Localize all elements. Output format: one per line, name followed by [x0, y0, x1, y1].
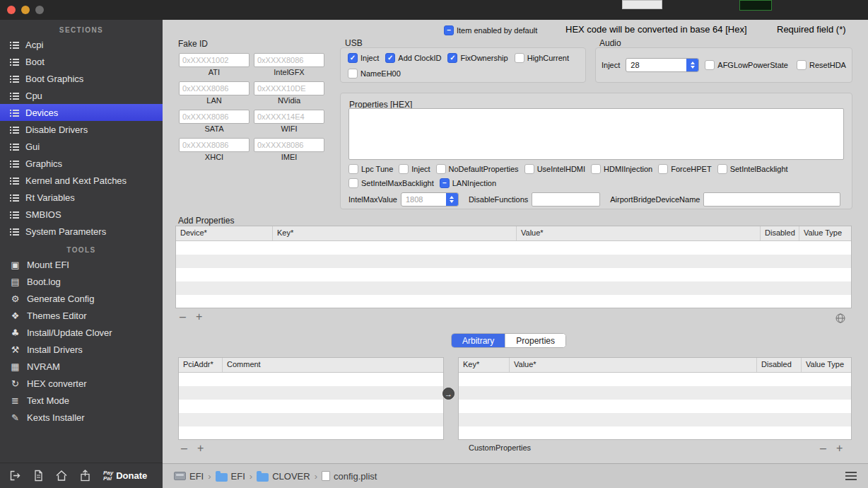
table-row[interactable]	[176, 295, 851, 308]
add-row-button[interactable]: +	[196, 312, 202, 322]
table-row[interactable]	[459, 386, 851, 400]
audio-inject-combobox[interactable]: 28	[626, 58, 699, 72]
nameeh00-checkbox[interactable]: NameEH00	[348, 69, 401, 79]
sidebar-item-kernel-and-kext-patches[interactable]: Kernel and Kext Patches	[0, 172, 163, 189]
breadcrumb-item-efi[interactable]: EFI	[174, 471, 204, 482]
fakeid-imei-input[interactable]	[254, 138, 324, 152]
breadcrumb-item-efi[interactable]: EFI	[216, 471, 245, 482]
fakeid-sata-input[interactable]	[179, 110, 250, 124]
item-enabled-by-default-checkbox[interactable]: –Item enabled by default	[444, 25, 537, 35]
sidebar-item-system-parameters[interactable]: System Parameters	[0, 223, 163, 240]
fakeid-intelgfx-input[interactable]	[254, 53, 324, 67]
resethda-checkbox[interactable]: ResetHDA	[797, 60, 846, 70]
tab-properties[interactable]: Properties	[505, 334, 565, 347]
tab-arbitrary[interactable]: Arbitrary	[452, 334, 505, 347]
table-row[interactable]	[459, 373, 851, 386]
document-export-icon[interactable]	[29, 469, 47, 483]
minimize-button[interactable]	[21, 6, 30, 14]
intel-max-value-combobox[interactable]: 1808	[401, 192, 459, 207]
sidebar-item-devices[interactable]: Devices	[0, 104, 163, 121]
column-header-key[interactable]: Key*	[273, 226, 517, 240]
properties-hex-textarea[interactable]	[348, 108, 844, 160]
hdmiinjection-checkbox[interactable]: HDMIInjection	[591, 164, 652, 174]
remove-row-button[interactable]: –	[180, 312, 186, 322]
table-row[interactable]	[176, 268, 851, 281]
add-clockid-checkbox[interactable]: ✓Add ClockID	[385, 53, 441, 63]
close-button[interactable]	[7, 6, 16, 14]
export-icon[interactable]	[6, 469, 24, 483]
table-row[interactable]	[179, 386, 443, 400]
sidebar-tool-kexts-installer[interactable]: ✎Kexts Installer	[0, 409, 163, 426]
sidebar-item-graphics[interactable]: Graphics	[0, 155, 163, 172]
forcehpet-checkbox[interactable]: ForceHPET	[658, 164, 711, 174]
setintelmaxbacklight-checkbox[interactable]: SetIntelMaxBacklight	[348, 178, 434, 188]
table-row[interactable]	[179, 400, 443, 413]
zoom-button[interactable]	[35, 6, 44, 14]
table-row[interactable]	[459, 426, 851, 440]
inject-checkbox[interactable]: ✓Inject	[348, 53, 379, 63]
column-header-key[interactable]: Key*	[459, 358, 510, 372]
sidebar-item-cpu[interactable]: Cpu	[0, 87, 163, 104]
lpc-tune-checkbox[interactable]: Lpc Tune	[348, 164, 393, 174]
fakeid-wifi-input[interactable]	[254, 110, 324, 124]
sidebar-item-boot-graphics[interactable]: Boot Graphics	[0, 70, 163, 87]
breadcrumb-item-clover[interactable]: CLOVER	[257, 471, 310, 482]
remove-row-button[interactable]: –	[820, 443, 826, 453]
fixownership-checkbox[interactable]: ✓FixOwnership	[447, 53, 508, 63]
sidebar-tool-install-update-clover[interactable]: ♣Install/Update Clover	[0, 324, 163, 341]
highcurrent-checkbox[interactable]: HighCurrent	[515, 53, 569, 63]
sidebar-item-acpi[interactable]: Acpi	[0, 36, 163, 53]
table-row[interactable]	[176, 241, 851, 255]
fakeid-xhci-input[interactable]	[179, 138, 250, 152]
table-row[interactable]	[459, 400, 851, 413]
home-icon[interactable]	[52, 469, 71, 483]
column-header-value[interactable]: Value*	[517, 226, 761, 240]
table-row[interactable]	[459, 413, 851, 426]
fakeid-ati-input[interactable]	[179, 53, 250, 67]
table-row[interactable]	[179, 373, 443, 386]
sidebar-tool-install-drivers[interactable]: ⚒Install Drivers	[0, 341, 163, 358]
table-row[interactable]	[179, 426, 443, 440]
share-icon[interactable]	[76, 469, 94, 483]
column-header-value-type[interactable]: Value Type	[799, 226, 851, 240]
column-header-disabled[interactable]: Disabled	[757, 358, 802, 372]
sidebar-tool-generate-config[interactable]: ⚙Generate Config	[0, 290, 163, 307]
airport-bridge-device-name-input[interactable]	[703, 192, 840, 207]
column-header-comment[interactable]: Comment	[223, 358, 443, 372]
menu-icon[interactable]	[845, 472, 857, 480]
table-row[interactable]	[176, 255, 851, 268]
add-row-button[interactable]: +	[836, 443, 843, 453]
column-header-value-type[interactable]: Value Type	[802, 358, 851, 372]
sidebar-tool-text-mode[interactable]: ≣Text Mode	[0, 392, 163, 409]
column-header-disabled[interactable]: Disabled	[761, 226, 799, 240]
globe-icon[interactable]	[835, 313, 845, 325]
sidebar-tool-nvram[interactable]: ▦NVRAM	[0, 358, 163, 375]
nodefaultproperties-checkbox[interactable]: NoDefaultProperties	[436, 164, 519, 174]
fakeid-lan-input[interactable]	[179, 81, 250, 95]
sidebar-tool-boot-log[interactable]: ▤Boot.log	[0, 273, 163, 290]
transfer-arrow-button[interactable]: →	[442, 388, 454, 400]
sidebar-item-rt-variables[interactable]: Rt Variables	[0, 189, 163, 206]
remove-row-button[interactable]: –	[181, 443, 187, 453]
table-row[interactable]	[179, 413, 443, 426]
afglowpowerstate-checkbox[interactable]: AFGLowPowerState	[705, 60, 788, 70]
sidebar-tool-themes-editor[interactable]: ❖Themes Editor	[0, 307, 163, 324]
column-header-pciaddr[interactable]: PciAddr*	[179, 358, 223, 372]
inject-checkbox[interactable]: Inject	[399, 164, 430, 174]
add-row-button[interactable]: +	[197, 443, 204, 453]
sidebar-item-boot[interactable]: Boot	[0, 53, 163, 70]
setintelbacklight-checkbox[interactable]: SetIntelBacklight	[717, 164, 788, 174]
table-row[interactable]	[176, 281, 851, 295]
sidebar-item-gui[interactable]: Gui	[0, 138, 163, 155]
breadcrumb-item-config-plist[interactable]: config.plist	[322, 471, 377, 482]
sidebar-tool-mount-efi[interactable]: ▣Mount EFI	[0, 256, 163, 273]
column-header-value[interactable]: Value*	[510, 358, 757, 372]
sidebar-item-smbios[interactable]: SMBIOS	[0, 206, 163, 223]
sidebar-tool-hex-converter[interactable]: ↻HEX converter	[0, 375, 163, 392]
laninjection-checkbox[interactable]: –LANInjection	[440, 178, 496, 188]
paypal-donate-button[interactable]: PayPal Donate	[103, 470, 147, 482]
disable-functions-input[interactable]	[532, 192, 600, 207]
sidebar-item-disable-drivers[interactable]: Disable Drivers	[0, 121, 163, 138]
useintelhdmi-checkbox[interactable]: UseIntelHDMI	[524, 164, 585, 174]
fakeid-nvidia-input[interactable]	[254, 81, 324, 95]
